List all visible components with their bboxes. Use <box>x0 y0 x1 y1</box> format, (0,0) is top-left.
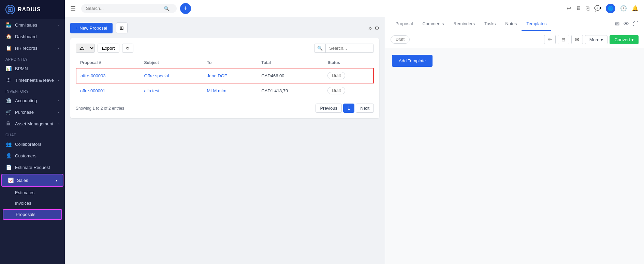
subject-link[interactable]: allo test <box>144 88 159 93</box>
bell-icon[interactable]: 🔔 <box>632 5 639 12</box>
support-icon[interactable]: 💬 <box>594 5 601 12</box>
subject-link[interactable]: Offre special <box>144 73 169 78</box>
bpmn-icon: 📊 <box>5 66 12 71</box>
per-page-select[interactable]: 25 50 100 <box>76 44 95 53</box>
sub-item-label: Estimates <box>15 190 34 195</box>
convert-chevron-icon: ▾ <box>631 37 634 42</box>
next-button[interactable]: Next <box>356 104 374 113</box>
tab-tasks[interactable]: Tasks <box>480 17 500 31</box>
sales-icon: 📈 <box>8 177 14 183</box>
tab-reminders[interactable]: Reminders <box>449 17 480 31</box>
edit-button[interactable]: ✏ <box>544 35 556 44</box>
export-button[interactable]: Export <box>98 44 119 53</box>
clock-icon[interactable]: 🕐 <box>620 5 627 12</box>
sidebar-item-label: Accounting <box>15 98 37 103</box>
tab-notes[interactable]: Notes <box>500 17 522 31</box>
sidebar-item-omni-sales[interactable]: 🏪 Omni sales ‹ <box>0 19 65 31</box>
more-button[interactable]: More ▾ <box>585 35 608 44</box>
content-area: + New Proposal ⊞ » ⚙ 25 50 100 Export ↻ <box>65 17 644 264</box>
sidebar-item-timesheets[interactable]: ⏱ Timesheets & leave ‹ <box>0 74 65 86</box>
sidebar-item-label: Customers <box>15 153 36 158</box>
topbar: ☰ 🔍 + ↩ 🖥 ⎘ 💬 🌐 🕐 🔔 <box>65 0 644 17</box>
sidebar-item-hr-records[interactable]: 📋 HR records ‹ <box>0 42 65 54</box>
estimate-icon: 📄 <box>5 165 12 170</box>
page-1-button[interactable]: 1 <box>343 104 354 113</box>
sidebar-item-asset-management[interactable]: 🏛 Asset Management ‹ <box>0 118 65 129</box>
sidebar-item-estimate-request[interactable]: 📄 Estimate Request <box>0 161 65 173</box>
col-header-to: To <box>203 58 257 68</box>
table-row[interactable]: offre-000001 allo test MLM mlm CAD1 418,… <box>76 83 374 98</box>
add-template-button[interactable]: Add Template <box>392 55 433 67</box>
table-panel: 25 50 100 Export ↻ 🔍 Proposal # <box>70 38 379 118</box>
status-badge: Draft <box>327 72 345 79</box>
sub-item-label: Invoices <box>15 201 31 206</box>
sidebar-sub-item-proposals[interactable]: Proposals <box>3 209 62 220</box>
split-button[interactable]: ⊟ <box>558 35 569 44</box>
email-tab-icon[interactable]: ✉ <box>615 21 619 27</box>
hr-records-icon: 📋 <box>5 45 12 51</box>
grid-view-button[interactable]: ⊞ <box>116 22 128 33</box>
col-header-status: Status <box>323 58 374 68</box>
sidebar-item-label: HR records <box>15 46 38 51</box>
screen-icon[interactable]: 🖥 <box>576 5 581 12</box>
add-button[interactable]: + <box>180 3 191 14</box>
tab-icon-group: ✉ 👁 ⛶ <box>615 21 639 27</box>
dashboard-icon: 🏠 <box>5 34 12 39</box>
sidebar-item-collaborators[interactable]: 👥 Collaborators <box>0 138 65 150</box>
sidebar-item-bpmn[interactable]: 📊 BPMN <box>0 63 65 74</box>
search-input[interactable] <box>86 6 161 11</box>
sidebar-item-label: Dashboard <box>15 34 37 39</box>
proposal-link[interactable]: offre-000001 <box>80 88 105 93</box>
convert-button[interactable]: Convert ▾ <box>610 35 639 44</box>
status-badge: Draft <box>327 87 345 94</box>
tab-proposal[interactable]: Proposal <box>391 17 418 31</box>
cell-status: Draft <box>323 83 374 98</box>
col-header-total: Total <box>257 58 323 68</box>
main-content: ☰ 🔍 + ↩ 🖥 ⎘ 💬 🌐 🕐 🔔 + New Proposal ⊞ » ⚙ <box>65 0 644 264</box>
sidebar-item-dashboard[interactable]: 🏠 Dashboard <box>0 31 65 42</box>
sidebar-sub-item-estimates[interactable]: Estimates <box>0 187 65 198</box>
refresh-button[interactable]: ↻ <box>122 44 133 53</box>
to-link[interactable]: MLM mlm <box>207 88 226 93</box>
timesheets-icon: ⏱ <box>5 77 12 83</box>
to-link[interactable]: Jane DOE <box>207 73 227 78</box>
hamburger-icon[interactable]: ☰ <box>70 5 76 12</box>
right-panel-body: Add Template <box>385 48 644 264</box>
sidebar-item-customers[interactable]: 👤 Customers <box>0 150 65 161</box>
history-icon[interactable]: ↩ <box>567 5 571 12</box>
table-search-input[interactable] <box>326 44 374 52</box>
sidebar-item-sales[interactable]: 📈 Sales ▾ <box>1 174 63 187</box>
sidebar-sub-item-invoices[interactable]: Invoices <box>0 198 65 208</box>
action-bar: + New Proposal ⊞ » ⚙ <box>70 22 379 33</box>
expand-tab-icon[interactable]: ⛶ <box>633 21 639 27</box>
sidebar-item-label: Sales <box>17 178 28 183</box>
globe-icon[interactable]: 🌐 <box>606 4 615 13</box>
right-panel: Proposal Comments Reminders Tasks Notes … <box>385 17 644 264</box>
sidebar-item-accounting[interactable]: 🏦 Accounting ‹ <box>0 95 65 106</box>
sidebar-item-label: Asset Management <box>15 121 53 126</box>
tabs-bar: Proposal Comments Reminders Tasks Notes … <box>385 17 644 31</box>
sidebar-item-label: Estimate Request <box>15 165 50 170</box>
table-search-icon: 🔍 <box>314 44 326 52</box>
tab-comments[interactable]: Comments <box>418 17 449 31</box>
sidebar-item-label: Timesheets & leave <box>15 78 54 83</box>
filter-icon[interactable]: ⚙ <box>375 25 379 31</box>
more-chevron-icon: ▾ <box>601 37 603 42</box>
tab-templates[interactable]: Templates <box>522 17 551 31</box>
collapse-icon[interactable]: » <box>368 25 372 32</box>
email-button[interactable]: ✉ <box>571 35 583 44</box>
previous-button[interactable]: Previous <box>316 104 342 113</box>
logo-text: RADIUS <box>18 6 41 13</box>
sidebar-section-appointly: Appointly <box>0 54 65 63</box>
table-row[interactable]: offre-000003 Offre special Jane DOE CAD4… <box>76 68 374 83</box>
toolbar-right: ✏ ⊟ ✉ More ▾ Convert ▾ <box>544 35 639 44</box>
accounting-icon: 🏦 <box>5 98 12 103</box>
asset-icon: 🏛 <box>5 121 12 126</box>
sidebar-item-purchase[interactable]: 🛒 Purchase ‹ <box>0 106 65 118</box>
proposal-link[interactable]: offre-000003 <box>80 73 106 78</box>
eye-tab-icon[interactable]: 👁 <box>624 21 629 27</box>
new-proposal-button[interactable]: + New Proposal <box>70 23 113 33</box>
share-icon[interactable]: ⎘ <box>586 5 589 12</box>
col-header-proposal: Proposal # <box>76 58 140 68</box>
sub-item-label: Proposals <box>16 212 35 217</box>
